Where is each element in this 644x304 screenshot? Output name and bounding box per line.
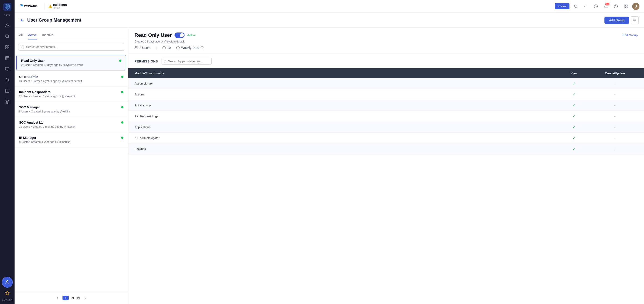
add-group-button[interactable]: Add Group (604, 16, 629, 24)
permission-search-input[interactable] (162, 58, 212, 64)
svg-point-43 (164, 60, 166, 62)
svg-line-44 (166, 62, 166, 62)
svg-point-18 (6, 280, 8, 282)
status-dot (121, 91, 124, 93)
timer-nav-icon[interactable] (592, 3, 600, 10)
svg-rect-29 (626, 5, 628, 6)
apps-icon[interactable] (622, 3, 630, 10)
status-dot (121, 136, 124, 139)
rate-icon (176, 46, 180, 50)
group-detail-name-text: Read Only User (134, 32, 172, 38)
list-item[interactable]: IR Manager 8 Users • Created a year ago … (14, 132, 128, 148)
permissions-icon (162, 46, 166, 50)
sidebar-logo (3, 3, 11, 12)
stat-users: 2 Users (134, 46, 150, 50)
view-cell: ✓ (556, 81, 592, 86)
list-item[interactable]: Incident Responders 23 Users • Created 3… (14, 86, 128, 102)
view-toggle-button[interactable] (631, 16, 638, 24)
create-update-cell: - (592, 92, 638, 96)
table-row: Action Library ✓ - (128, 78, 644, 89)
module-name: API Request Logs (134, 114, 556, 118)
create-update-cell: - (592, 125, 638, 129)
info-icon[interactable] (200, 46, 204, 49)
module-name: Backups (134, 147, 556, 151)
svg-text:CYWARE: CYWARE (24, 4, 37, 8)
status-dot (119, 60, 121, 62)
check-nav-icon[interactable] (582, 3, 590, 10)
sidebar-item-layers[interactable] (2, 97, 12, 107)
create-update-cell: - (592, 147, 638, 151)
module-name: Actions (134, 93, 556, 96)
sidebar-item-monitor[interactable] (2, 64, 12, 74)
table-row: Backups ✓ - (128, 144, 644, 154)
next-page-button[interactable]: › (83, 295, 88, 301)
edit-group-button[interactable]: Edit Group (622, 34, 638, 37)
svg-point-23 (574, 5, 577, 8)
create-update-cell: - (592, 104, 638, 108)
page-header-right: Add Group (604, 16, 638, 24)
status-dot (121, 106, 124, 108)
module-name: Activity Logs (134, 104, 556, 107)
tabs-container: All Active Inactive (14, 28, 128, 40)
svg-line-24 (576, 7, 577, 8)
dash-icon: - (614, 114, 615, 118)
dash-icon: - (614, 147, 615, 151)
sidebar-item-tasks[interactable] (2, 86, 12, 96)
prev-page-button[interactable]: ‹ (55, 295, 60, 301)
stat-permissions: 10 (162, 46, 171, 50)
rate-label: Weekly Rate (181, 46, 199, 50)
view-cell: ✓ (556, 136, 592, 140)
svg-rect-30 (624, 6, 625, 8)
breadcrumb-warning-icon: ⚠️ (48, 4, 52, 8)
back-button[interactable] (20, 18, 24, 22)
notification-badge: 23 (605, 3, 610, 6)
sidebar-item-users[interactable] (2, 277, 12, 287)
tab-all[interactable]: All (19, 31, 23, 40)
create-update-cell: - (592, 82, 638, 86)
tab-active[interactable]: Active (28, 31, 37, 40)
stat-rate: Weekly Rate (176, 46, 204, 50)
sidebar-item-cyware[interactable] (2, 288, 12, 298)
svg-rect-31 (626, 6, 628, 8)
dash-icon: - (614, 104, 615, 107)
pagination: ‹ 1 of 19 › (14, 292, 128, 304)
sidebar-item-search[interactable] (2, 31, 12, 41)
status-dot (121, 121, 124, 124)
search-nav-icon[interactable] (572, 3, 580, 10)
sidebar-label-cftr: CFTR (4, 14, 11, 17)
tab-inactive[interactable]: Inactive (42, 31, 53, 40)
group-list: Read Only User 2 Users • Created 13 days… (14, 54, 128, 292)
search-input[interactable] (18, 43, 124, 51)
module-name: Action Library (134, 82, 556, 85)
new-button[interactable]: + New (555, 3, 570, 9)
help-icon[interactable] (612, 3, 620, 10)
sidebar-item-list[interactable] (2, 42, 12, 52)
user-avatar[interactable]: U (632, 3, 640, 10)
svg-line-37 (23, 48, 24, 48)
sidebar-item-bell[interactable] (2, 75, 12, 85)
list-item[interactable]: SOC Manager 8 Users • Created 2 years ag… (14, 102, 128, 117)
list-item[interactable]: Read Only User 2 Users • Created 13 days… (16, 55, 126, 70)
list-item[interactable]: SOC Analyst L1 33 Users • Created 7 mont… (14, 117, 128, 132)
notification-icon[interactable]: 23 (602, 3, 610, 10)
breadcrumb-title: Incidents (53, 3, 67, 6)
left-panel: All Active Inactive Read Only User 2 Use… (14, 28, 128, 304)
sidebar-item-dashboard[interactable] (2, 53, 12, 63)
dash-icon: - (614, 136, 615, 140)
page-title: User Group Management (27, 18, 81, 23)
permissions-section: PERMISSIONS Module/Functionality View Cr… (128, 54, 644, 304)
table-row: ATT&CK Navigator ✓ - (128, 133, 644, 144)
permissions-header: PERMISSIONS (128, 54, 644, 68)
col-create-update: Create/Update (592, 72, 638, 75)
create-update-cell: - (592, 114, 638, 118)
sidebar-item-warning[interactable] (2, 20, 12, 30)
check-icon: ✓ (573, 147, 576, 151)
group-status-toggle[interactable] (174, 32, 184, 38)
svg-line-6 (8, 37, 9, 38)
check-icon: ✓ (573, 125, 576, 129)
table-row: API Request Logs ✓ - (128, 111, 644, 122)
view-cell: ✓ (556, 92, 592, 96)
list-item[interactable]: CFTR Admin 34 Users • Created 4 years ag… (14, 71, 128, 86)
sidebar: CFTR CYWARE (0, 0, 14, 304)
total-pages: 19 (76, 296, 80, 300)
